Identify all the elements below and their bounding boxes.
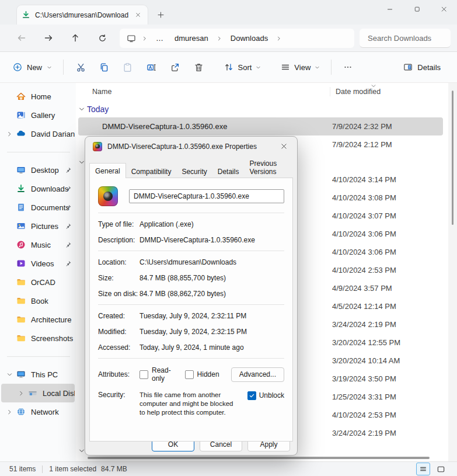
chevron-right-icon[interactable]	[2, 409, 16, 415]
search-input[interactable]	[367, 33, 444, 43]
dialog-tab[interactable]: Compatibility	[126, 164, 177, 178]
dialog-close-icon[interactable]	[278, 141, 289, 152]
sidebar-item[interactable]: Music	[1, 235, 75, 254]
dialog-tab[interactable]: Previous Versions	[244, 156, 293, 178]
sidebar-item[interactable]: Downloads	[1, 179, 75, 198]
file-date-modified: 1/25/2024 3:31 PM	[332, 392, 396, 401]
checkbox-unchecked-icon[interactable]	[139, 370, 148, 379]
up-icon[interactable]	[62, 29, 89, 47]
breadcrumb-segment-user[interactable]: dmuresan	[172, 33, 211, 44]
music-icon	[16, 240, 27, 249]
sidebar-item[interactable]: Screenshots	[1, 329, 75, 348]
back-icon[interactable]	[8, 29, 35, 47]
sidebar-item[interactable]	[1, 143, 75, 161]
onedrive-icon	[16, 129, 27, 138]
sidebar-item[interactable]: Book	[1, 291, 75, 310]
sidebar-item[interactable]: This PC	[1, 365, 75, 384]
cut-button[interactable]	[69, 57, 92, 78]
file-date-modified: 4/9/2024 3:57 PM	[332, 284, 392, 293]
folder-icon	[16, 315, 27, 324]
chevron-right-icon[interactable]	[217, 36, 222, 41]
refresh-icon[interactable]	[89, 29, 116, 47]
filename-input[interactable]	[129, 189, 284, 203]
breadcrumb-segment-downloads[interactable]: Downloads	[228, 33, 270, 44]
hidden-checkbox[interactable]: Hidden	[185, 370, 219, 379]
navigation-pane: Home Gallery David Darian	[0, 83, 76, 461]
sort-button[interactable]: Sort	[218, 57, 267, 78]
breadcrumb[interactable]: … dmuresan Downloads	[120, 29, 354, 48]
sidebar-item[interactable]: Local Disk (C:)	[1, 384, 75, 402]
checkbox-checked-icon[interactable]	[247, 391, 256, 400]
tab-close-icon[interactable]	[132, 10, 143, 20]
explorer-tab[interactable]: C:\Users\dmuresan\Download	[16, 5, 148, 25]
sidebar-item[interactable]: Videos	[1, 254, 75, 273]
details-pane-button[interactable]: Details	[397, 57, 446, 78]
column-header-date-modified[interactable]: Date modified	[336, 88, 381, 96]
type-of-file-value: Application (.exe)	[139, 220, 284, 228]
scissors-icon	[76, 62, 86, 72]
unblock-checkbox[interactable]: Unblock	[247, 391, 284, 417]
view-button[interactable]: View	[275, 57, 326, 78]
forward-icon[interactable]	[35, 29, 62, 47]
vertical-scrollbar-thumb[interactable]	[452, 91, 453, 225]
breadcrumb-ellipsis[interactable]: …	[154, 34, 166, 43]
chevron-right-icon[interactable]	[276, 36, 282, 41]
dialog-tab[interactable]: General	[89, 163, 126, 178]
copy-button[interactable]	[92, 57, 116, 78]
search-box[interactable]	[360, 29, 451, 48]
share-icon	[170, 62, 180, 72]
chevron-right-icon[interactable]	[14, 390, 28, 397]
sidebar-item-label: Screenshots	[31, 334, 75, 343]
table-row[interactable]: Today	[77, 100, 443, 117]
downloads-icon	[16, 184, 27, 193]
separator	[98, 213, 284, 213]
column-header-row: Name Date modified	[76, 83, 457, 100]
pin-icon	[65, 241, 72, 248]
thispc-icon	[16, 370, 27, 379]
sidebar-item[interactable]: Network	[1, 402, 75, 421]
sidebar-item[interactable]: Gallery	[1, 106, 75, 124]
advanced-button[interactable]: Advanced...	[231, 367, 284, 382]
delete-button[interactable]	[187, 57, 210, 78]
close-button[interactable]	[430, 0, 457, 18]
sidebar-item[interactable]: Desktop	[1, 161, 75, 179]
horizontal-scrollbar-thumb[interactable]	[88, 457, 430, 459]
sidebar-item-label: Home	[31, 92, 75, 101]
table-row[interactable]: DMMD-VisereCaptura-1.0.35960.exe 7/9/202…	[78, 117, 443, 135]
chevron-down-icon[interactable]	[2, 371, 16, 378]
paste-button[interactable]	[116, 57, 139, 78]
rename-button[interactable]	[139, 57, 163, 78]
sidebar-item[interactable]: Documents	[1, 198, 75, 217]
desktop-icon	[16, 165, 27, 175]
group-collapse-chevron-icon[interactable]	[77, 106, 86, 113]
sidebar-item-label: This PC	[31, 370, 75, 379]
sidebar-item[interactable]: OrCAD	[1, 273, 75, 291]
sidebar-item[interactable]	[1, 348, 75, 365]
sidebar-item[interactable]: Pictures	[1, 217, 75, 235]
file-date-modified: 3/20/2024 12:55 PM	[332, 338, 400, 347]
column-divider[interactable]	[330, 87, 330, 96]
share-button[interactable]	[163, 57, 187, 78]
file-name: DMMD-VisereCaptura-1.0.35960.exe	[102, 122, 332, 131]
file-date-modified: 7/9/2024 2:12 PM	[332, 140, 392, 149]
sidebar-item[interactable]: Architecture	[1, 310, 75, 329]
chevron-right-icon[interactable]	[2, 131, 16, 137]
column-header-name[interactable]: Name	[92, 88, 336, 96]
file-date-modified: 7/9/2024 2:32 PM	[332, 122, 392, 131]
thumbnail-view-toggle[interactable]	[434, 463, 448, 475]
details-view-toggle[interactable]	[416, 463, 430, 475]
folder-icon	[16, 277, 27, 287]
dialog-tab[interactable]: Details	[212, 164, 245, 178]
checkbox-unchecked-icon[interactable]	[185, 370, 194, 379]
more-options-button[interactable]	[337, 57, 359, 78]
maximize-button[interactable]	[403, 0, 430, 18]
sort-direction-chevron-icon[interactable]	[371, 83, 376, 89]
new-button[interactable]: New	[7, 57, 58, 78]
dialog-tab[interactable]: Security	[176, 164, 212, 178]
readonly-checkbox[interactable]: Read-only	[139, 366, 173, 383]
new-tab-button[interactable]	[154, 8, 167, 21]
minimize-button[interactable]	[376, 0, 403, 18]
sidebar-item[interactable]: Home	[1, 87, 75, 106]
sidebar-item[interactable]: David Darian	[1, 124, 75, 143]
accessed-label: Accessed:	[98, 343, 139, 352]
